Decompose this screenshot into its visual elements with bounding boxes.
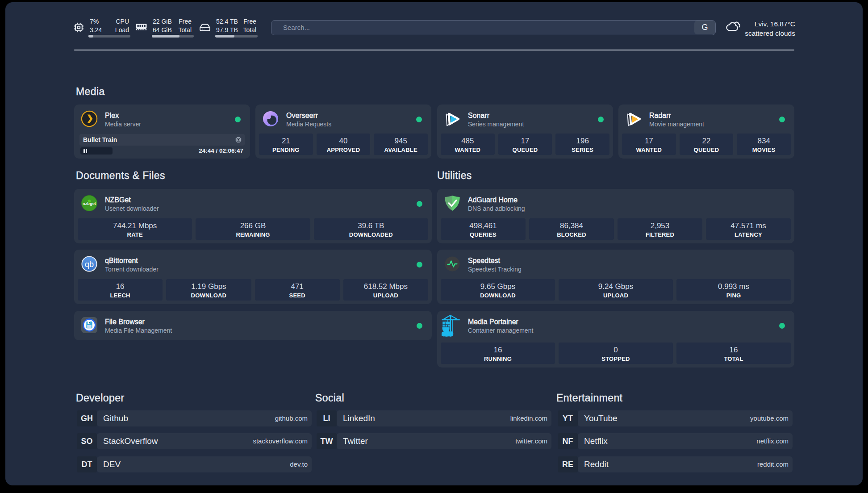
svg-text:qb: qb (85, 260, 94, 269)
svg-text:nzbget: nzbget (83, 201, 96, 206)
